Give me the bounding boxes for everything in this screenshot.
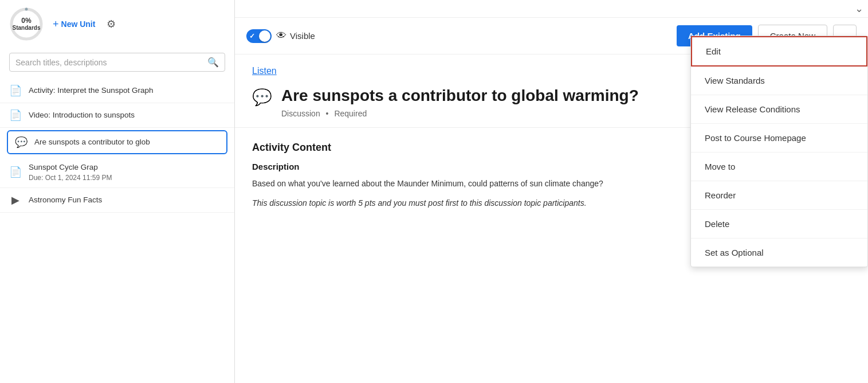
standards-label: Standards (13, 25, 41, 31)
item-title: Activity: Interpret the Sunspot Graph (29, 85, 154, 96)
visible-label: 👁 Visible (276, 30, 315, 42)
sidebar-header: 0% Standards + New Unit ⚙ (0, 0, 234, 48)
toggle-wrap: ✓ 👁 Visible (246, 29, 315, 43)
item-title: Astronomy Fun Facts (29, 195, 102, 205)
discussion-icon: 💬 (15, 136, 28, 148)
toggle-knob (259, 30, 270, 42)
activity-discussion-icon: 💬 (252, 88, 272, 107)
gear-button[interactable]: ⚙ (107, 18, 116, 30)
search-wrap: 🔍 (9, 53, 225, 72)
list-item-active[interactable]: 💬 Are sunspots a contributor to glob (7, 130, 227, 154)
standards-circle: 0% Standards (9, 7, 44, 41)
video-icon: ▶ (9, 194, 22, 206)
dropdown-item-set-as-optional[interactable]: Set as Optional (691, 239, 867, 267)
list-item[interactable]: 📄 Video: Introduction to sunspots (0, 103, 234, 128)
item-title: Video: Introduction to sunspots (29, 110, 135, 120)
top-scrollbar-area: ⌄ (235, 0, 868, 18)
item-title: Are sunspots a contributor to glob (34, 137, 150, 147)
sidebar-list: 📄 Activity: Interpret the Sunspot Graph … (0, 76, 234, 383)
visibility-toggle[interactable]: ✓ (246, 29, 272, 43)
top-bar-left: ✓ 👁 Visible (246, 29, 315, 43)
search-bar: 🔍 (0, 48, 234, 76)
dropdown-item-delete[interactable]: Delete (691, 210, 867, 239)
search-icon: 🔍 (207, 57, 219, 68)
dropdown-menu: Edit View Standards View Release Conditi… (690, 36, 868, 267)
list-item[interactable]: 📄 Sunspot Cycle Grap Due: Oct 1, 2024 11… (0, 157, 234, 188)
sidebar: 0% Standards + New Unit ⚙ 🔍 📄 Activity: (0, 0, 235, 383)
dropdown-item-move-to[interactable]: Move to (691, 153, 867, 181)
dropdown-item-edit[interactable]: Edit (691, 36, 867, 67)
standards-percent: 0% (13, 17, 41, 25)
dropdown-item-reorder[interactable]: Reorder (691, 181, 867, 210)
list-item[interactable]: 📄 Activity: Interpret the Sunspot Graph (0, 79, 234, 103)
search-input[interactable] (15, 58, 207, 67)
new-unit-label: New Unit (61, 19, 96, 29)
list-item[interactable]: ▶ Astronomy Fun Facts (0, 188, 234, 213)
eye-icon: 👁 (276, 30, 286, 42)
activity-type: Discussion (281, 109, 320, 118)
dropdown-item-post-to-course-homepage[interactable]: Post to Course Homepage (691, 124, 867, 153)
document-icon: 📄 (9, 109, 22, 122)
dropdown-item-view-release-conditions[interactable]: View Release Conditions (691, 95, 867, 124)
scroll-down-button[interactable]: ⌄ (855, 2, 863, 15)
activity-meta: Discussion • Required (281, 109, 639, 118)
dropdown-item-view-standards[interactable]: View Standards (691, 67, 867, 95)
item-title: Sunspot Cycle Grap (29, 162, 112, 173)
activity-title: Are sunspots a contributor to global war… (281, 85, 639, 105)
toggle-check-icon: ✓ (249, 32, 255, 40)
main-content: ⌄ ✓ 👁 Visible Add Existing Create N (235, 0, 868, 383)
new-unit-button[interactable]: + New Unit (49, 16, 99, 33)
activity-required: Required (334, 109, 367, 118)
meta-separator: • (326, 109, 329, 118)
breadcrumb-link[interactable]: Listen (252, 66, 277, 76)
item-subtext: Due: Oct 1, 2024 11:59 PM (29, 174, 112, 182)
document-icon: 📄 (9, 84, 22, 97)
document-icon: 📄 (9, 166, 22, 178)
plus-icon: + (53, 18, 59, 30)
